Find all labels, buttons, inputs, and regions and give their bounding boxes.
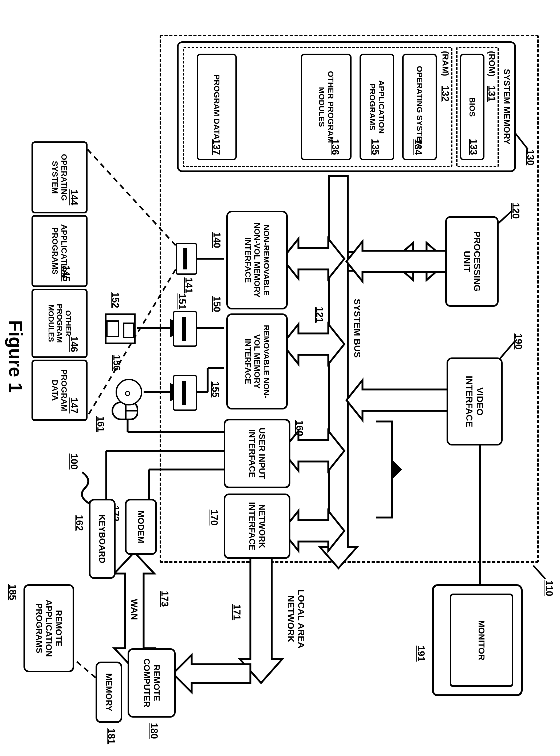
ref-133: 133	[468, 139, 479, 155]
data-disk-label: PROGRAM DATA	[51, 363, 69, 417]
nonremovable-iface: NON-REMOVABLE NON-VOL MEMORY INTERFACE	[226, 211, 288, 310]
ref-180: 180	[148, 723, 160, 739]
network-iface: NETWORK INTERFACE	[224, 493, 291, 559]
data-ram-label: PROGRAM DATA	[212, 75, 221, 140]
ref-190: 190	[513, 333, 524, 350]
video-interface: VIDEO INTERFACE	[446, 357, 503, 445]
remote-memory-label: MEMORY	[104, 673, 114, 711]
hdd-icon	[176, 243, 197, 275]
ref-130: 130	[525, 149, 536, 165]
optical-disc-icon	[116, 379, 142, 405]
monitor-outer: MONITOR	[432, 584, 523, 696]
net-label: NETWORK INTERFACE	[247, 497, 267, 555]
bios-label: BIOS	[468, 97, 477, 117]
system-memory-title: SYSTEM MEMORY	[502, 43, 512, 170]
wan-label: WAN	[129, 599, 140, 620]
remote-apps-label: REMOTE APPLICATION PROGRAMS	[34, 588, 63, 669]
ref-162: 162	[74, 515, 85, 531]
ram-label: (RAM)	[440, 51, 450, 76]
ref-120: 120	[510, 203, 521, 219]
keyboard: KEYBOARD	[89, 499, 116, 579]
ref-100: 100	[68, 454, 80, 469]
floppy-drive-icon	[173, 311, 197, 347]
system-bus-label: SYSTEM BUS	[352, 299, 362, 358]
diagram-stage: SYSTEM MEMORY (ROM) 131 BIOS 133 (RAM) 1…	[0, 0, 560, 756]
ref-150: 150	[211, 296, 222, 312]
modem: MODEM	[125, 499, 157, 555]
rem-label: REMOVABLE NON-VOL MEMORY INTERFACE	[243, 317, 271, 406]
remote-memory: MEMORY	[96, 662, 122, 723]
uii-label: USER INPUT INTERFACE	[247, 423, 267, 484]
ref-161: 161	[95, 416, 106, 432]
user-input-iface: USER INPUT INTERFACE	[224, 419, 291, 488]
ref-141: 141	[183, 277, 194, 293]
ref-146: 146	[68, 336, 80, 352]
ref-181: 181	[106, 728, 117, 744]
apps-disk-box: APPLICATION PROGRAMS	[32, 215, 87, 287]
ref-136: 136	[329, 139, 341, 155]
rom-label: (ROM)	[487, 51, 497, 77]
ref-140: 140	[211, 232, 222, 248]
lan-label: LOCAL AREA NETWORK	[286, 578, 306, 660]
ref-160: 160	[294, 420, 305, 436]
keyboard-label: KEYBOARD	[97, 514, 107, 563]
ref-147: 147	[68, 397, 80, 414]
ref-144: 144	[68, 189, 80, 205]
ref-155: 155	[210, 381, 221, 397]
ref-185: 185	[7, 584, 18, 600]
modem-label: MODEM	[136, 510, 146, 543]
monitor-label: MONITOR	[477, 620, 486, 660]
ref-145: 145	[60, 266, 72, 281]
ref-170: 170	[208, 509, 220, 526]
optical-drive-icon	[173, 375, 197, 411]
ref-191: 191	[415, 646, 426, 662]
os-ram-label: OPERATING SYSTEM	[415, 66, 424, 148]
processing-unit-label: PROCESSING UNIT	[461, 220, 482, 303]
ref-134: 134	[413, 139, 424, 155]
video-interface-label: VIDEO INTERFACE	[464, 361, 485, 442]
nonrem-label: NON-REMOVABLE NON-VOL MEMORY INTERFACE	[243, 214, 271, 306]
ref-173: 173	[159, 591, 170, 607]
ref-152: 152	[110, 292, 121, 308]
ref-121: 121	[314, 307, 325, 323]
remote-computer: REMOTE COMPUTER	[127, 648, 176, 718]
ref-132: 132	[440, 86, 451, 102]
other-ram-box: OTHER PROGRAM MODULES	[301, 54, 352, 160]
figure-title: Figure 1	[5, 320, 26, 393]
svg-line-35	[533, 566, 545, 579]
ref-131: 131	[486, 86, 497, 102]
svg-marker-11	[240, 555, 282, 683]
processing-unit: PROCESSING UNIT	[445, 216, 499, 307]
ref-156: 156	[111, 355, 122, 371]
os-disk-label: OPERATING SYSTEM	[51, 145, 69, 210]
remote-apps: REMOTE APPLICATION PROGRAMS	[23, 584, 74, 672]
removable-iface: REMOVABLE NON-VOL MEMORY INTERFACE	[226, 313, 288, 410]
ref-171: 171	[231, 604, 242, 620]
ref-151: 151	[176, 293, 188, 310]
remote-computer-label: REMOTE COMPUTER	[142, 652, 161, 714]
floppy-disk-icon	[105, 313, 136, 344]
ref-137: 137	[211, 139, 222, 155]
svg-marker-12	[173, 655, 251, 692]
system-memory: SYSTEM MEMORY (ROM) 131 BIOS 133 (RAM) 1…	[177, 41, 516, 172]
ref-135: 135	[370, 139, 381, 155]
ref-110: 110	[543, 580, 555, 596]
